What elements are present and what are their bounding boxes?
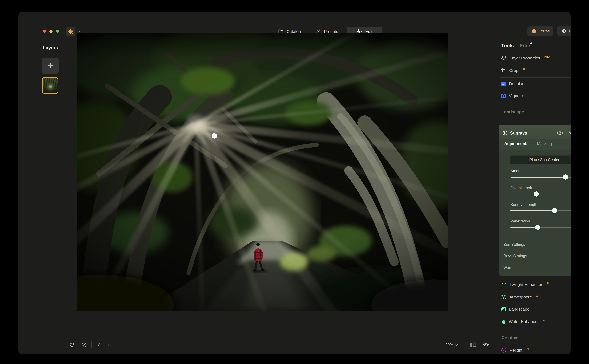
section-rays-settings[interactable]: Rays Settings bbox=[503, 253, 571, 259]
tool-label: Water Enhancer bbox=[509, 319, 539, 324]
tool-atmosphere[interactable]: Atmosphere AI bbox=[501, 293, 539, 300]
amount-slider-knob[interactable] bbox=[563, 175, 568, 180]
tool-label: Denoise bbox=[509, 81, 524, 86]
tool-label: Landscape bbox=[509, 307, 529, 312]
app-menu-chevron-icon[interactable] bbox=[78, 30, 80, 32]
tool-label: Atmosphere bbox=[510, 295, 532, 299]
preview-eye-icon[interactable] bbox=[482, 342, 490, 347]
slider-amount: Amount 81 bbox=[510, 168, 571, 177]
tool-crop[interactable]: Crop AI bbox=[501, 67, 525, 74]
pro-badge: PRO bbox=[544, 55, 550, 58]
sunrise-icon bbox=[501, 282, 507, 287]
edits-badge-dot bbox=[530, 42, 532, 44]
tab-edits[interactable]: Edits bbox=[520, 43, 531, 48]
extras-label: Extras bbox=[538, 29, 550, 33]
ai-badge: AI bbox=[536, 294, 539, 297]
layers-stack-icon bbox=[501, 55, 507, 61]
sun-center-handle[interactable] bbox=[212, 133, 217, 139]
zoom-chevron-icon bbox=[455, 343, 458, 346]
slider-label: Overall Look bbox=[510, 186, 532, 190]
section-label: Rays Settings bbox=[503, 254, 527, 258]
penetration-slider-track[interactable] bbox=[510, 227, 571, 228]
haze-waves-icon bbox=[501, 294, 507, 299]
slider-penetration: Penetration 40 bbox=[510, 218, 571, 228]
tool-label: Vignette bbox=[509, 93, 524, 98]
compare-icon[interactable] bbox=[470, 342, 476, 347]
tab-adjustments[interactable]: Adjustments bbox=[504, 141, 529, 146]
tool-landscape[interactable]: Landscape bbox=[501, 306, 529, 313]
vignette-square-icon bbox=[501, 93, 506, 98]
sunrays-title: Sunrays bbox=[510, 131, 527, 136]
slider-label: Amount bbox=[510, 169, 524, 173]
tab-tools[interactable]: Tools bbox=[501, 43, 514, 48]
crop-frame-icon bbox=[501, 68, 506, 73]
tool-label: Crop bbox=[509, 68, 518, 73]
sunburst-icon bbox=[68, 29, 73, 34]
ai-badge: AI bbox=[546, 282, 549, 285]
puzzle-icon bbox=[531, 28, 536, 34]
overall-look-slider-knob[interactable] bbox=[534, 191, 539, 196]
tool-water-enhancer[interactable]: Water Enhancer AI bbox=[502, 318, 545, 325]
export-arrow-icon bbox=[562, 29, 567, 33]
slider-fill bbox=[510, 210, 555, 211]
extras-button[interactable]: Extras bbox=[527, 26, 554, 36]
slider-fill bbox=[510, 176, 565, 177]
place-sun-center-label: Place Sun Center bbox=[529, 157, 559, 162]
panel-divider bbox=[499, 262, 571, 262]
ai-badge: AI bbox=[543, 319, 545, 322]
section-label: Warmth bbox=[503, 265, 517, 270]
add-layer-button[interactable]: + bbox=[42, 58, 59, 74]
favorite-heart-icon[interactable] bbox=[69, 342, 75, 347]
ai-badge: AI bbox=[527, 348, 529, 350]
slider-fill bbox=[510, 227, 538, 228]
place-sun-center-button[interactable]: Place Sun Center bbox=[510, 156, 571, 164]
denoise-square-icon bbox=[501, 81, 506, 86]
amount-slider-track[interactable] bbox=[510, 176, 571, 177]
zoom-level: 29% bbox=[445, 343, 453, 347]
reject-icon[interactable] bbox=[82, 342, 87, 347]
panel-divider bbox=[499, 238, 571, 239]
actions-dropdown[interactable]: Actions bbox=[98, 341, 115, 348]
export-button[interactable]: Export bbox=[557, 26, 571, 36]
tab-masking[interactable]: Masking bbox=[537, 141, 552, 146]
export-label: Export bbox=[569, 29, 571, 33]
sunrays-icon bbox=[502, 130, 508, 136]
app-window: Catalog Presets Edit Extras bbox=[18, 12, 571, 354]
actions-chevron-icon bbox=[113, 343, 115, 346]
photo-canvas[interactable] bbox=[77, 33, 448, 311]
section-creative: Creative bbox=[502, 335, 519, 340]
sunrays-length-slider-track[interactable] bbox=[510, 210, 571, 211]
tool-layer-properties[interactable]: Layer Properties PRO bbox=[501, 55, 550, 62]
slider-label: Sunrays Length bbox=[510, 202, 537, 207]
undo-icon[interactable] bbox=[568, 130, 571, 136]
tool-label: Layer Properties bbox=[510, 56, 540, 61]
app-menu-button[interactable] bbox=[66, 27, 75, 36]
water-droplet-icon bbox=[502, 319, 506, 324]
tool-denoise[interactable]: Denoise bbox=[501, 80, 524, 87]
statusbar-divider-2 bbox=[465, 341, 465, 348]
tool-vignette[interactable]: Vignette bbox=[501, 92, 524, 99]
plus-icon: + bbox=[47, 59, 53, 71]
sunrays-length-slider-knob[interactable] bbox=[552, 208, 557, 213]
landscape-image-icon bbox=[501, 307, 506, 312]
slider-overall-look: Overall Look 38 bbox=[510, 185, 571, 195]
section-sun-settings[interactable]: Sun Settings bbox=[503, 241, 571, 248]
overall-look-slider-track[interactable] bbox=[510, 194, 571, 195]
section-warmth[interactable]: Warmth bbox=[503, 264, 571, 271]
zoom-dropdown[interactable]: 29% bbox=[445, 341, 457, 348]
section-landscape: Landscape bbox=[502, 110, 524, 115]
minimize-button[interactable] bbox=[49, 30, 53, 33]
zoom-button[interactable] bbox=[56, 30, 59, 33]
layers-title: Layers bbox=[43, 45, 58, 51]
visibility-eye-icon[interactable] bbox=[556, 131, 563, 136]
penetration-slider-knob[interactable] bbox=[535, 225, 540, 230]
tool-twilight-enhancer[interactable]: Twilight Enhancer AI bbox=[501, 281, 549, 288]
tool-label: Relight bbox=[510, 348, 523, 353]
close-button[interactable] bbox=[43, 30, 46, 33]
slider-fill bbox=[510, 194, 536, 195]
section-label: Sun Settings bbox=[503, 242, 525, 247]
tool-relight[interactable]: Relight AI bbox=[501, 347, 529, 354]
actions-label: Actions bbox=[98, 343, 111, 347]
slider-sunrays-length: Sunrays Length 65 bbox=[510, 202, 571, 211]
layer-thumbnail[interactable] bbox=[42, 77, 59, 94]
